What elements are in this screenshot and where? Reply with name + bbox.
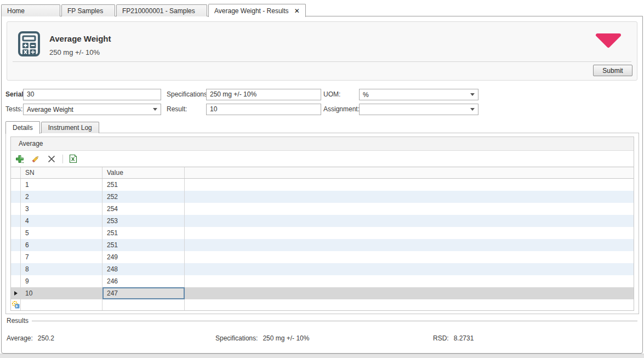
cell-filler [185,287,634,299]
cell-sn[interactable]: 2 [21,191,102,203]
cell-sn[interactable]: 7 [21,251,102,263]
assignment-label: Assignment: [323,104,360,115]
tab-instrument-log[interactable]: Instrument Log [41,122,99,133]
result-form: Serial: 30 Specifications: 250 mg +/- 10… [5,89,639,117]
uom-select[interactable]: % [359,89,478,100]
cell-filler [185,179,634,191]
app-window: Home FP Samples FP210000001 - Samples Av… [0,0,644,358]
page-title: Average Weight [49,34,111,43]
serial-input[interactable]: 30 [23,89,161,100]
table-row[interactable]: 2 252 [11,191,634,203]
average-group-box: Average [10,137,634,311]
table-row-selected[interactable]: 10 247 [11,287,634,299]
cell-filler [185,263,634,275]
results-caption: Results [7,317,32,325]
tab-details-label: Details [13,124,33,132]
cell-sn[interactable]: 3 [21,203,102,215]
cell-sn-new[interactable] [21,299,102,310]
table-row[interactable]: 1 251 [11,179,634,191]
row-indicator [11,191,21,203]
row-indicator [11,239,21,251]
row-indicator [11,263,21,275]
details-panel: Average [5,133,639,314]
uom-label: UOM: [323,89,340,100]
row-indicator [11,179,21,191]
specifications-input[interactable]: 250 mg +/- 10% [206,89,321,100]
export-excel-icon[interactable] [68,154,78,164]
specifications-result: Specifications:250 mg +/- 10% [215,334,309,342]
tab-instrument-log-label: Instrument Log [48,124,92,132]
delete-icon[interactable] [47,154,56,164]
cell-filler [185,299,634,310]
table-row[interactable]: 4 253 [11,215,634,227]
average-result-label: Average: [7,334,33,342]
tab-fp210000001-label: FP210000001 - Samples [122,7,195,15]
table-row[interactable]: 6 251 [11,239,634,251]
detail-tab-bar: Details Instrument Log [5,121,100,133]
cell-value[interactable]: 251 [102,179,185,191]
average-result: Average:250.2 [7,334,54,342]
cell-filler [185,191,634,203]
tab-page-content: Average Weight 250 mg +/- 10% Submit Ser… [1,16,643,354]
cell-value[interactable]: 251 [102,227,185,239]
table-row[interactable]: 9 246 [11,275,634,287]
cell-sn[interactable]: 4 [21,215,102,227]
tab-details[interactable]: Details [5,121,40,134]
assignment-select[interactable] [359,104,478,115]
grid-header-row: SN Value [11,167,634,179]
results-caption-line [32,321,637,321]
cell-value[interactable]: 249 [102,251,185,263]
new-row-icon[interactable] [11,299,21,310]
tab-average-weight-label: Average Weight - Results [214,7,289,15]
chevron-down-icon [153,108,157,111]
column-header-filler [185,167,634,178]
tests-select[interactable]: Average Weight [23,104,161,115]
cell-sn[interactable]: 10 [21,287,102,299]
close-icon[interactable]: ✕ [294,7,300,15]
cell-value[interactable]: 246 [102,275,185,287]
table-row[interactable]: 7 249 [11,251,634,263]
results-group: Results Average:250.2 Specifications:250… [5,317,639,345]
header-divider [13,61,631,62]
cell-filler [185,215,634,227]
tab-fp-samples[interactable]: FP Samples [61,4,115,16]
tab-home[interactable]: Home [1,4,60,16]
result-input[interactable]: 10 [206,104,321,115]
edit-icon[interactable] [31,154,41,164]
cell-value[interactable]: 254 [102,203,185,215]
cell-sn[interactable]: 8 [21,263,102,275]
row-indicator [11,275,21,287]
cell-sn[interactable]: 6 [21,239,102,251]
tab-fp210000001-samples[interactable]: FP210000001 - Samples [116,4,207,16]
table-row[interactable]: 8 248 [11,263,634,275]
cell-value-new[interactable] [102,299,185,310]
add-icon[interactable] [15,154,25,164]
page-subtitle: 250 mg +/- 10% [49,48,100,56]
cell-filler [185,203,634,215]
cell-value-focused[interactable]: 247 [102,287,185,299]
specifications-result-label: Specifications: [215,334,258,342]
cell-filler [185,239,634,251]
tab-average-weight-results[interactable]: Average Weight - Results ✕ [208,4,306,17]
submit-button[interactable]: Submit [593,65,632,76]
specifications-value: 250 mg +/- 10% [210,90,257,98]
cell-value[interactable]: 253 [102,215,185,227]
cell-sn[interactable]: 5 [21,227,102,239]
cell-sn[interactable]: 9 [21,275,102,287]
cell-value[interactable]: 248 [102,263,185,275]
grid-toolbar [11,151,634,167]
new-row[interactable] [11,299,634,311]
result-value: 10 [210,105,217,113]
chevron-down-icon [470,108,475,111]
column-header-value[interactable]: Value [102,167,185,178]
chevron-down-icon [470,93,475,96]
cell-sn[interactable]: 1 [21,179,102,191]
column-header-sn[interactable]: SN [21,167,102,178]
table-row[interactable]: 5 251 [11,227,634,239]
table-row[interactable]: 3 254 [11,203,634,215]
tests-value: Average Weight [27,106,73,113]
selected-row-indicator-icon [11,287,21,299]
group-caption: Average [11,137,634,151]
cell-value[interactable]: 251 [102,239,185,251]
cell-value[interactable]: 252 [102,191,185,203]
